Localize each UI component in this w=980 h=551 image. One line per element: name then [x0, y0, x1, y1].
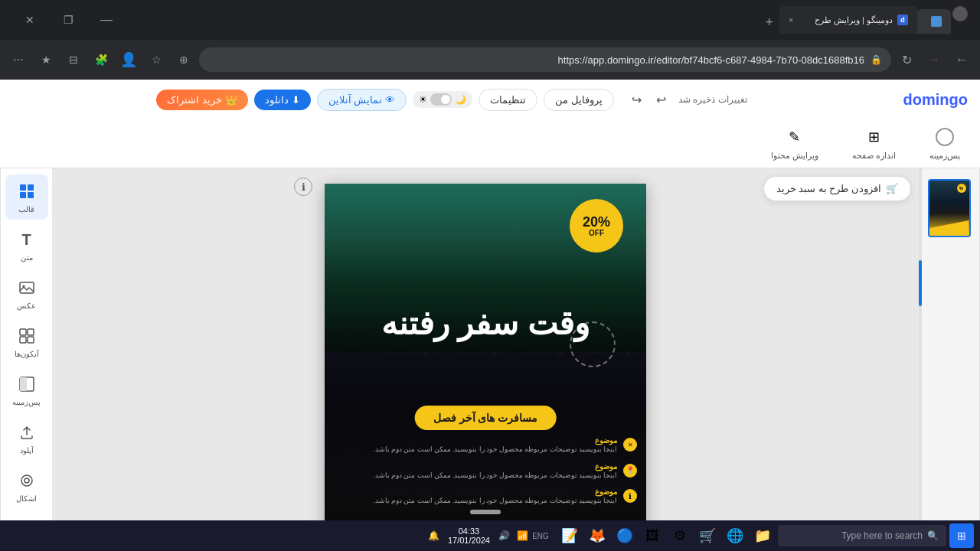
settings-btn[interactable]: تنظیمات	[479, 89, 537, 111]
sidebar-tool-shapes[interactable]: اشکال	[5, 464, 48, 509]
taskbar-app-settings[interactable]: ⚙	[668, 523, 692, 548]
taskbar-date-value: 17/01/2024	[448, 536, 490, 545]
main-text-area[interactable]: وقت سفر رفتنه	[332, 306, 639, 341]
sidebar-tool-image[interactable]: عکس	[5, 271, 48, 316]
start-btn[interactable]: ⊞	[949, 523, 974, 548]
cart-icon: 🛒	[886, 183, 898, 194]
profile-btn[interactable]: پروفایل من	[544, 89, 614, 111]
sidebar-tool-template[interactable]: قالب	[5, 174, 48, 220]
item2-title: موضوع	[334, 462, 617, 471]
toolbar-edit-content[interactable]: ✎ ویرایش محتوا	[763, 122, 826, 165]
info-section: ✕ موضوع اینجا بنویسید توضیحات مربوطه محص…	[334, 436, 637, 514]
taskbar-app-store[interactable]: 🛒	[695, 523, 720, 548]
item3-text: اینجا بنویسید توضیحات مربوطه محصول خود ر…	[334, 496, 617, 506]
window-controls: — ❐ ✕	[12, 8, 124, 32]
forward-btn[interactable]: →	[922, 47, 946, 72]
svg-point-12	[21, 475, 32, 486]
toolbar-background-label: پس‌زمینه	[929, 151, 960, 161]
buy-btn[interactable]: 👑 خرید اشتراک	[156, 90, 248, 110]
taskbar-network-icon[interactable]: 📶	[514, 528, 530, 543]
taskbar: ⊞ 🔍 Type here to search 📁 🌐 🛒 ⚙ 🖼 🔵 🦊 📝 …	[0, 520, 980, 551]
item2-text: اینجا بنویسید توضیحات مربوطه محصول خود ر…	[334, 471, 617, 481]
taskbar-time-value: 04:33	[448, 527, 490, 536]
taskbar-search-bar[interactable]: 🔍 Type here to search	[778, 525, 946, 546]
favorites-icon[interactable]: ★	[34, 47, 58, 72]
browser-new-tab	[952, 6, 968, 21]
profile-icon[interactable]: 👤	[116, 47, 141, 72]
minimize-btn[interactable]: —	[89, 8, 124, 32]
star-icon[interactable]: ☆	[144, 47, 168, 72]
undo-btn[interactable]: ↩	[651, 89, 672, 110]
address-bar-row: ← → ↻ 🔒 https://app.domingo.ir/editor/bf…	[0, 40, 980, 80]
svg-point-13	[24, 478, 29, 483]
page-thumbnail[interactable]: %	[928, 179, 971, 237]
taskbar-app-firefox[interactable]: 🦊	[585, 523, 609, 548]
icons-icon	[16, 325, 38, 347]
download-btn[interactable]: ⬇ دانلود	[254, 90, 311, 110]
extensions-icon[interactable]: 🧩	[89, 47, 113, 72]
scroll-thumb[interactable]	[919, 260, 922, 306]
item1-title: موضوع	[334, 436, 617, 445]
subtitle-btn[interactable]: مسافرت های آخر فصل	[415, 406, 557, 430]
shapes-icon	[16, 470, 38, 491]
translate-icon[interactable]: ⊕	[172, 47, 196, 72]
taskbar-app-photos[interactable]: 🖼	[640, 523, 665, 548]
left-panel: %	[919, 168, 980, 520]
toolbar-background[interactable]: پس‌زمینه	[922, 122, 968, 165]
preview-btn[interactable]: 👁 نمایش آنلاین	[317, 89, 407, 111]
taskbar-right: ENG 📶 🔊 04:33 17/01/2024 🔔	[426, 527, 548, 545]
sidebar-tool-icons[interactable]: آیکون‌ها	[5, 319, 48, 364]
grid-icon: ⊞	[863, 126, 884, 148]
circle-icon	[934, 126, 956, 148]
taskbar-language-icon[interactable]: ENG	[533, 528, 548, 543]
subtitle-text: مسافرت های آخر فصل	[433, 412, 538, 424]
sidebar-tool-background[interactable]: پس‌زمینه	[5, 367, 48, 412]
taskbar-search-icon: 🔍	[927, 530, 939, 541]
taskbar-app-files[interactable]: 📁	[750, 523, 775, 548]
info-item-2[interactable]: 📍 موضوع اینجا بنویسید توضیحات مربوطه محص…	[334, 462, 637, 481]
address-bar[interactable]: 🔒 https://app.domingo.ir/editor/bf74bcf6…	[199, 47, 891, 72]
sidebar-tool-text[interactable]: T متن	[5, 223, 48, 268]
info-item-1[interactable]: ✕ موضوع اینجا بنویسید توضیحات مربوطه محص…	[334, 436, 637, 455]
theme-toggle[interactable]: 🌙 ☀	[413, 91, 472, 108]
toolbar-page-size[interactable]: ⊞ اندازه صفحه	[844, 122, 903, 165]
redo-btn[interactable]: ↪	[626, 89, 648, 110]
info-item-3[interactable]: ℹ موضوع اینجا بنویسید توضیحات مربوطه محص…	[334, 487, 637, 506]
background-icon	[16, 373, 38, 395]
taskbar-clock[interactable]: 04:33 17/01/2024	[448, 527, 490, 545]
collections-icon[interactable]: ⊟	[61, 47, 86, 72]
more-icon[interactable]: ⋯	[6, 47, 31, 72]
main-text: وقت سفر رفتنه	[332, 306, 639, 341]
taskbar-notification-icon[interactable]: 🔔	[426, 528, 442, 543]
download-label: دانلود	[265, 94, 289, 106]
svg-rect-8	[20, 337, 26, 343]
taskbar-volume-icon[interactable]: 🔊	[496, 528, 511, 543]
info-icon[interactable]: ℹ	[294, 178, 312, 196]
new-tab-btn[interactable]: +	[759, 15, 779, 31]
background-label: پس‌زمینه	[12, 398, 41, 406]
shapes-label: اشکال	[16, 494, 37, 503]
app-header: domingo تغییرات ذخیره شد ↩ ↪ پروفایل من …	[0, 80, 980, 119]
sidebar-tool-upload[interactable]: آپلود	[5, 416, 48, 461]
canvas-area: 🛒 افزودن طرح به سبد خرید ℹ domingodoming…	[52, 168, 919, 520]
taskbar-app-chrome[interactable]: 🔵	[612, 523, 637, 548]
close-btn[interactable]: ✕	[12, 8, 47, 32]
refresh-btn[interactable]: ↻	[894, 47, 919, 72]
taskbar-app-word[interactable]: 📝	[557, 523, 582, 548]
taskbar-system-icons: ENG 📶 🔊	[496, 528, 548, 543]
tab-close-btn[interactable]: ×	[789, 15, 793, 24]
icons-label: آیکون‌ها	[15, 350, 39, 358]
svg-rect-6	[20, 329, 26, 335]
add-to-cart-btn[interactable]: 🛒 افزودن طرح به سبد خرید	[763, 176, 911, 201]
scroll-handle[interactable]	[470, 510, 501, 514]
upload-label: آپلود	[20, 446, 34, 455]
toolbar-page-size-label: اندازه صفحه	[852, 151, 896, 161]
main-toolbar: پس‌زمینه ⊞ اندازه صفحه ✎ ویرایش محتوا	[0, 119, 980, 168]
svg-rect-3	[28, 192, 34, 198]
preview-label: نمایش آنلاین	[328, 94, 383, 106]
restore-btn[interactable]: ❐	[51, 8, 86, 32]
item3-title: موضوع	[334, 487, 617, 496]
back-btn[interactable]: ←	[949, 47, 974, 72]
image-label: عکس	[17, 302, 36, 310]
taskbar-app-edge[interactable]: 🌐	[723, 523, 747, 548]
